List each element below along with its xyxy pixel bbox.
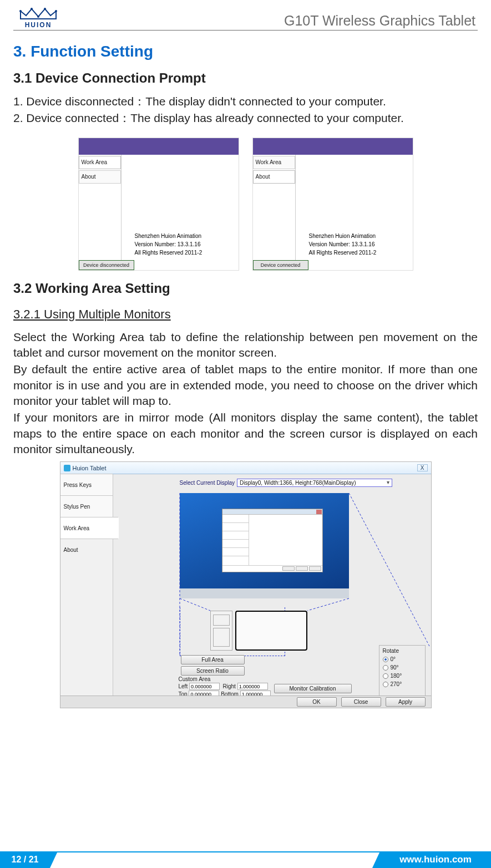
close-icon[interactable]: X xyxy=(417,464,428,471)
brand-logo: HUION xyxy=(13,6,63,29)
crown-icon xyxy=(18,6,58,22)
tablet-surface[interactable] xyxy=(235,611,307,651)
para-2: 2. Device connected：The display has alre… xyxy=(13,110,478,126)
svg-point-4 xyxy=(37,16,39,18)
apply-button[interactable]: Apply xyxy=(386,697,426,707)
sidebar-item-work-area[interactable]: Work Area xyxy=(60,517,119,539)
page-header: HUION G10T Wireless Graphics Tablet xyxy=(13,6,478,31)
status-connected: Device connected xyxy=(253,260,308,270)
app-main: Select Current Display Display0, Width:1… xyxy=(113,474,431,696)
app-title-bar: Huion Tablet X xyxy=(60,462,431,474)
brand-text: HUION xyxy=(25,21,52,29)
mini-tab-work: Work Area xyxy=(79,156,121,169)
app-title: Huion Tablet xyxy=(73,465,107,471)
para-1: 1. Device disconnected：The display didn'… xyxy=(13,94,478,109)
screen-ratio-button[interactable]: Screen Ratio xyxy=(181,666,245,676)
select-display-combo[interactable]: Display0, Width:1366, Height:768(MainDis… xyxy=(237,479,392,487)
preview-app-window xyxy=(222,509,323,572)
svg-line-6 xyxy=(307,598,349,611)
tablet-keys-icon xyxy=(210,611,232,651)
heading-3: 3.2.1 Using Multiple Monitors xyxy=(13,307,478,322)
full-area-button[interactable]: Full Area xyxy=(181,655,245,664)
page-footer: 12 / 21 www.huion.com xyxy=(0,851,491,868)
rotate-panel: Rotate 0° 90° 180° 270° xyxy=(379,645,426,696)
page-number: 12 / 21 xyxy=(0,851,50,868)
mini-tab-work: Work Area xyxy=(253,156,295,169)
screenshots-row: Work Area About Shenzhen Huion Animation… xyxy=(13,138,478,271)
mini-tab-about: About xyxy=(253,170,295,184)
ok-button[interactable]: OK xyxy=(297,697,337,707)
left-input[interactable] xyxy=(189,683,220,690)
svg-point-0 xyxy=(31,8,33,10)
para-4: By default the entire active area of tab… xyxy=(13,362,478,409)
rotate-0-radio[interactable] xyxy=(383,657,388,662)
right-input[interactable] xyxy=(237,683,268,690)
dialog-bottom-bar: OK Close Apply xyxy=(60,696,431,708)
svg-point-2 xyxy=(19,10,22,12)
select-display-label: Select Current Display xyxy=(180,480,235,486)
para-5: If your monitors are in mirror mode (All… xyxy=(13,410,478,457)
product-title: G10T Wireless Graphics Tablet xyxy=(284,13,478,29)
svg-point-1 xyxy=(44,8,46,10)
para-3: Select the Working Area tab to define th… xyxy=(13,329,478,361)
rotate-180-radio[interactable] xyxy=(383,673,388,679)
status-disconnected: Device disconnected xyxy=(79,260,134,270)
screenshot-connected: Work Area About Shenzhen Huion Animation… xyxy=(252,138,413,271)
monitor-calibration-button[interactable]: Monitor Calibration xyxy=(274,684,352,693)
custom-area-label: Custom Area xyxy=(179,676,271,682)
heading-2a: 3.1 Device Connection Prompt xyxy=(13,70,478,86)
display-preview xyxy=(180,493,349,598)
svg-point-3 xyxy=(55,10,57,12)
mini-tab-about: About xyxy=(79,170,121,184)
close-button[interactable]: Close xyxy=(341,697,381,707)
rotate-label: Rotate xyxy=(383,648,422,654)
heading-2b: 3.2 Working Area Setting xyxy=(13,281,478,296)
sidebar-item-press-keys[interactable]: Press Keys xyxy=(60,474,113,496)
screenshot-work-area: Huion Tablet X Press Keys Stylus Pen Wor… xyxy=(60,461,432,708)
rotate-270-radio[interactable] xyxy=(383,682,388,687)
footer-url: www.huion.com xyxy=(380,851,491,868)
screenshot-disconnected: Work Area About Shenzhen Huion Animation… xyxy=(78,138,239,271)
custom-area-block: Custom Area Left Right Top Bottom xyxy=(179,676,271,698)
sidebar-item-stylus-pen[interactable]: Stylus Pen xyxy=(60,495,113,517)
heading-1: 3. Function Setting xyxy=(13,43,478,60)
app-sidebar: Press Keys Stylus Pen Work Area About xyxy=(60,474,113,696)
svg-line-7 xyxy=(349,493,429,646)
sidebar-item-about[interactable]: About xyxy=(60,539,113,561)
rotate-90-radio[interactable] xyxy=(383,665,388,671)
